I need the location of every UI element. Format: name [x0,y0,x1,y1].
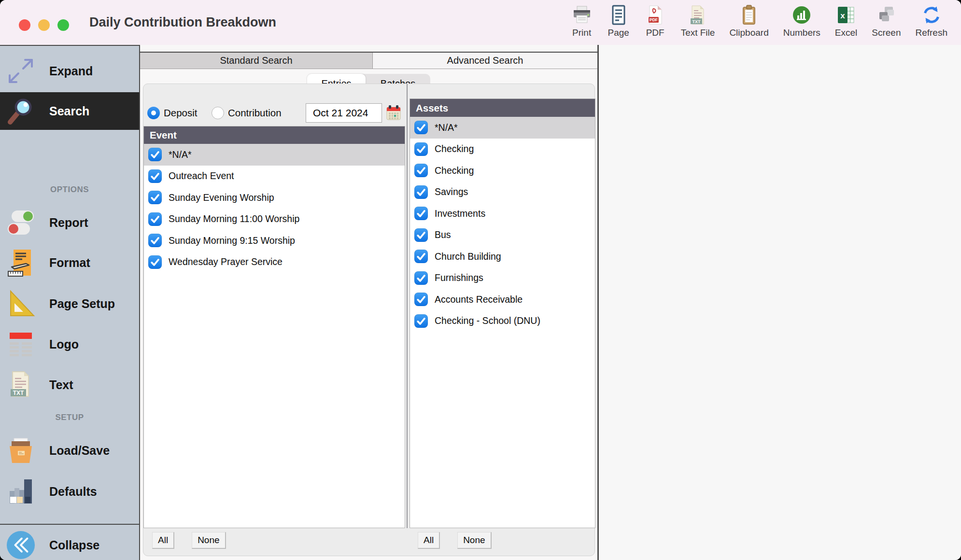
list-item-label: Sunday Morning 9:15 Worship [169,235,295,246]
panel-divider[interactable] [407,84,408,528]
sidebar-item-label: Load/Save [49,444,110,458]
checkbox[interactable] [414,293,428,306]
list-item[interactable]: Church Building [410,246,595,267]
list-item[interactable]: Checking [410,160,595,182]
toolbar-label: Print [572,28,591,38]
list-item[interactable]: *N/A* [410,117,595,139]
checkbox[interactable] [414,121,428,134]
event-select-all-button[interactable]: All [152,532,174,549]
checkbox[interactable] [148,212,162,226]
print-button[interactable]: Print [571,4,593,38]
toolbar-label: Excel [835,28,857,38]
sidebar-item-report[interactable]: Report [0,202,139,243]
checkbox[interactable] [148,148,162,161]
calendar-icon [386,105,401,120]
pdf-button[interactable]: PDF PDF [644,4,666,38]
text-file-button[interactable]: TXT Text File [681,4,715,38]
page-button[interactable]: Page [608,4,630,38]
clipboard-button[interactable]: Clipboard [729,4,768,38]
event-filter-panel: Event *N/A*Outreach EventSunday Evening … [143,126,405,528]
sidebar-item-label: Collapse [49,538,99,552]
checkbox[interactable] [148,169,162,183]
list-item[interactable]: Furnishings [410,267,595,289]
expand-arrows-icon [6,56,36,86]
event-panel-header: Event [144,126,405,144]
sidebar-item-label: Search [49,104,89,118]
checkbox[interactable] [414,250,428,263]
list-item[interactable]: Sunday Morning 9:15 Worship [144,230,405,252]
checkbox[interactable] [414,271,428,285]
list-item[interactable]: Checking - School (DNU) [410,310,595,332]
list-item[interactable]: Bus [410,224,595,246]
list-item-label: Sunday Morning 11:00 Worship [169,213,299,224]
checkbox[interactable] [414,314,428,328]
excel-button[interactable]: x Excel [835,4,857,38]
checkbox[interactable] [148,234,162,247]
list-item[interactable]: Wednesday Prayer Service [144,252,405,273]
tab-advanced-search[interactable]: Advanced Search [373,53,597,69]
numbers-button[interactable]: Numbers [783,4,820,38]
search-icon [6,96,36,126]
load-save-folder-icon [6,435,36,465]
event-select-none-button[interactable]: None [192,532,226,549]
collapse-chevrons-icon [6,530,36,560]
list-item[interactable]: Savings [410,182,595,203]
date-input[interactable]: Oct 21 2024 [306,103,382,123]
clipboard-icon [738,4,760,26]
close-window-button[interactable] [19,19,30,31]
list-item[interactable]: Outreach Event [144,166,405,187]
deposit-radio[interactable] [147,107,160,119]
checkbox[interactable] [414,207,428,220]
list-item-label: Sunday Evening Worship [169,192,274,203]
list-item-label: Wednesday Prayer Service [169,256,283,267]
screen-button[interactable]: Screen [872,4,901,38]
text-file-icon: TXT [687,4,709,26]
sidebar-item-search[interactable]: Search [0,92,139,130]
sidebar-item-expand[interactable]: Expand [0,51,139,91]
excel-icon: x [835,4,857,26]
minimize-window-button[interactable] [38,19,50,31]
checkbox[interactable] [414,228,428,242]
sidebar-item-page-setup[interactable]: Page Setup [0,283,139,324]
checkbox[interactable] [414,164,428,177]
checkbox[interactable] [148,255,162,269]
sidebar-item-label: Logo [49,337,79,351]
sidebar-item-label: Expand [49,64,93,78]
sidebar-item-load-save[interactable]: Load/Save [0,430,139,471]
txt-file-icon: TXT [6,370,36,400]
checkbox[interactable] [414,185,428,199]
refresh-button[interactable]: Refresh [915,4,947,38]
list-item[interactable]: Sunday Evening Worship [144,187,405,209]
assets-select-all-button[interactable]: All [418,532,440,549]
sidebar-item-defaults[interactable]: Defaults [0,471,139,512]
sidebar: Expand Search OPTIONS [0,45,140,560]
contribution-radio-label: Contribution [228,107,282,119]
calendar-picker-button[interactable] [386,105,401,120]
pdf-file-icon: PDF [644,4,666,26]
toolbar-label: Refresh [915,28,947,38]
list-item-label: Checking - School (DNU) [435,315,540,326]
sidebar-item-logo[interactable]: Logo [0,324,139,364]
checkbox[interactable] [148,191,162,204]
list-item-label: Bus [435,229,451,240]
advanced-search-box: Deposit Contribution Oct 21 2024 [143,84,595,556]
search-tabs: Standard Search Advanced Search [140,52,597,69]
sidebar-item-label: Text [49,378,73,392]
assets-select-none-button[interactable]: None [457,532,491,549]
checkbox[interactable] [414,142,428,156]
list-item[interactable]: *N/A* [144,144,405,166]
list-item[interactable]: Checking [410,139,595,160]
list-item-label: Savings [435,186,468,197]
list-item[interactable]: Investments [410,203,595,224]
sidebar-item-collapse[interactable]: Collapse [0,526,139,560]
toolbar-label: PDF [646,28,664,38]
list-item[interactable]: Sunday Morning 11:00 Worship [144,209,405,230]
list-item-label: Checking [435,143,474,154]
sidebar-item-text[interactable]: TXT Text [0,364,139,405]
zoom-window-button[interactable] [57,19,69,31]
tab-standard-search[interactable]: Standard Search [140,53,373,69]
sidebar-item-format[interactable]: Format [0,242,139,283]
list-item[interactable]: Accounts Receivable [410,289,595,310]
contribution-radio[interactable] [212,107,224,119]
list-item-label: *N/A* [435,122,458,133]
